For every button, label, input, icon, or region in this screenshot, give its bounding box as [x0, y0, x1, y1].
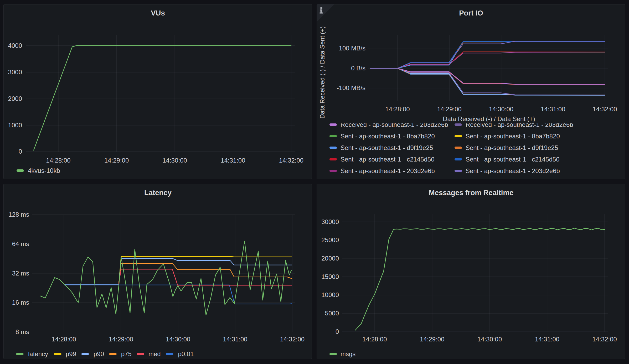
svg-text:100 MB/s: 100 MB/s — [339, 45, 365, 52]
svg-text:14:28:00: 14:28:00 — [46, 157, 70, 164]
svg-text:14:30:00: 14:30:00 — [477, 336, 502, 343]
svg-text:14:28:00: 14:28:00 — [362, 336, 387, 343]
svg-text:Sent - ap-southeast-1 - 203d2e: Sent - ap-southeast-1 - 203d2e6b — [341, 167, 435, 174]
svg-text:14:32:00: 14:32:00 — [280, 336, 305, 343]
svg-text:14:29:00: 14:29:00 — [104, 157, 129, 164]
svg-text:4kvus-10kb: 4kvus-10kb — [28, 167, 60, 174]
svg-text:med: med — [148, 350, 161, 357]
svg-text:14:30:00: 14:30:00 — [162, 157, 187, 164]
svg-text:Port IO: Port IO — [459, 9, 483, 17]
svg-text:5000: 5000 — [325, 310, 339, 317]
svg-text:Sent - ap-southeast-1 - 203d2e: Sent - ap-southeast-1 - 203d2e6b — [466, 167, 560, 174]
svg-text:latency: latency — [28, 350, 48, 357]
svg-text:14:31:00: 14:31:00 — [221, 157, 245, 164]
svg-text:14:31:00: 14:31:00 — [535, 336, 559, 343]
svg-text:Latency: Latency — [144, 189, 172, 197]
svg-text:-100 MB/s: -100 MB/s — [337, 84, 365, 91]
svg-text:msgs: msgs — [341, 350, 355, 357]
svg-text:4000: 4000 — [8, 42, 22, 49]
svg-text:14:28:00: 14:28:00 — [385, 106, 410, 113]
svg-text:25000: 25000 — [321, 236, 339, 243]
svg-text:p90: p90 — [94, 350, 104, 357]
svg-text:14:30:00: 14:30:00 — [489, 106, 513, 113]
svg-text:1000: 1000 — [8, 122, 22, 129]
svg-text:Sent - ap-southeast-1 - d9f19e: Sent - ap-southeast-1 - d9f19e25 — [341, 144, 433, 151]
svg-text:30000: 30000 — [321, 218, 339, 225]
svg-text:8 ms: 8 ms — [16, 328, 29, 335]
svg-text:14:29:00: 14:29:00 — [109, 336, 133, 343]
svg-text:p75: p75 — [121, 350, 132, 357]
svg-text:Sent - ap-southeast-1 - d9f19e: Sent - ap-southeast-1 - d9f19e25 — [466, 144, 558, 151]
svg-text:14:32:00: 14:32:00 — [592, 106, 617, 113]
svg-text:14:31:00: 14:31:00 — [541, 106, 565, 113]
svg-text:Data Received (-) / Data Sent: Data Received (-) / Data Sent (+) — [443, 115, 535, 122]
svg-text:Received - ap-southeast-1 - 20: Received - ap-southeast-1 - 203d2e6b — [341, 121, 448, 128]
svg-text:10000: 10000 — [321, 291, 339, 298]
svg-text:p99: p99 — [66, 350, 76, 357]
svg-text:64 ms: 64 ms — [12, 240, 29, 247]
svg-text:2000: 2000 — [8, 95, 22, 102]
svg-text:14:32:00: 14:32:00 — [592, 336, 617, 343]
svg-text:14:28:00: 14:28:00 — [51, 336, 76, 343]
svg-text:VUs: VUs — [151, 9, 165, 17]
svg-text:15000: 15000 — [321, 273, 339, 280]
svg-text:Sent - ap-southeast-1 - c2145d: Sent - ap-southeast-1 - c2145d50 — [341, 156, 435, 163]
svg-text:3000: 3000 — [8, 69, 22, 76]
svg-text:128 ms: 128 ms — [8, 211, 29, 218]
svg-text:0 B/s: 0 B/s — [351, 65, 365, 72]
svg-text:Sent - ap-southeast-1 - 8ba7b8: Sent - ap-southeast-1 - 8ba7b820 — [466, 133, 560, 140]
svg-text:Messages from Realtime: Messages from Realtime — [429, 189, 514, 197]
svg-text:16 ms: 16 ms — [12, 299, 29, 306]
svg-text:14:31:00: 14:31:00 — [223, 336, 247, 343]
svg-text:0: 0 — [19, 148, 22, 155]
svg-text:Sent - ap-southeast-1 - 8ba7b8: Sent - ap-southeast-1 - 8ba7b820 — [341, 133, 435, 140]
svg-text:14:29:00: 14:29:00 — [420, 336, 444, 343]
svg-text:Data Received (-) / Data Sent: Data Received (-) / Data Sent (+) — [319, 26, 326, 118]
svg-text:0: 0 — [336, 328, 339, 335]
svg-text:14:32:00: 14:32:00 — [279, 157, 303, 164]
svg-text:Sent - ap-southeast-1 - c2145d: Sent - ap-southeast-1 - c2145d50 — [466, 156, 560, 163]
svg-text:32 ms: 32 ms — [12, 270, 29, 277]
svg-text:20000: 20000 — [321, 255, 339, 262]
svg-text:p0.01: p0.01 — [178, 350, 194, 357]
svg-text:14:30:00: 14:30:00 — [166, 336, 190, 343]
svg-text:14:29:00: 14:29:00 — [437, 106, 461, 113]
